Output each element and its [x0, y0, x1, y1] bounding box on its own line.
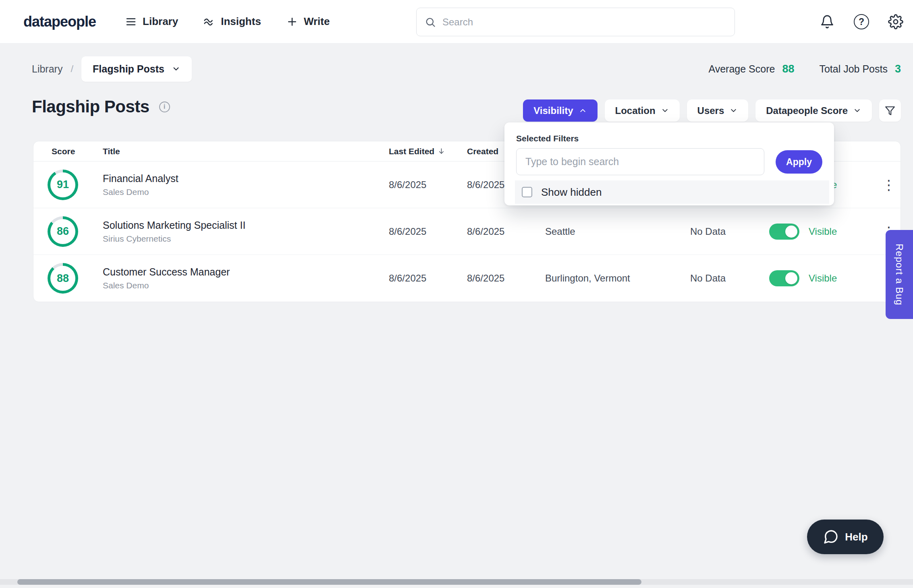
header-score: Score — [52, 147, 75, 156]
total-posts-value: 3 — [895, 63, 901, 75]
funnel-icon — [885, 106, 895, 116]
created-date: 8/6/2025 — [467, 226, 504, 237]
nav-insights[interactable]: Insights — [203, 15, 261, 28]
visibility-toggle[interactable] — [769, 224, 799, 240]
chevron-down-icon — [853, 106, 861, 115]
show-hidden-checkbox[interactable] — [522, 187, 532, 197]
show-hidden-label: Show hidden — [541, 186, 602, 199]
visibility-label: Visible — [809, 226, 837, 237]
score-value: 88 — [48, 263, 78, 294]
header-last-edited-label: Last Edited — [389, 147, 434, 156]
job-title-cell: Customer Success Manager Sales Demo — [103, 266, 230, 290]
menu-icon — [125, 16, 137, 28]
location-cell: Burlington, Vermont — [545, 273, 630, 284]
main-nav: Library Insights Write — [125, 15, 330, 28]
header-last-edited[interactable]: Last Edited — [389, 147, 445, 156]
help-label: Help — [845, 531, 867, 543]
filter-search-input[interactable] — [516, 148, 764, 175]
nav-library-label: Library — [143, 15, 178, 28]
nav-library[interactable]: Library — [125, 15, 178, 28]
help-icon[interactable]: ? — [853, 14, 869, 30]
filter-users-button[interactable]: Users — [687, 99, 749, 122]
search-icon — [425, 17, 436, 28]
nav-write-label: Write — [304, 15, 330, 28]
header-created: Created — [467, 147, 498, 156]
visibility-filter-panel: Selected Filters Apply Show hidden — [504, 122, 834, 205]
job-title-cell: Solutions Marketing Specialist II Sirius… — [103, 219, 245, 244]
chat-bubble-icon — [823, 529, 839, 545]
nav-write[interactable]: Write — [286, 15, 330, 28]
job-company: Sirius Cybernetics — [103, 234, 245, 244]
help-widget-button[interactable]: Help — [807, 520, 884, 554]
nav-insights-label: Insights — [221, 15, 261, 28]
report-bug-label: Report a Bug — [894, 244, 905, 305]
breadcrumb-library[interactable]: Library — [32, 63, 62, 75]
logo[interactable]: datapeople — [23, 13, 96, 30]
created-date: 8/6/2025 — [467, 179, 504, 190]
job-title[interactable]: Financial Analyst — [103, 173, 178, 184]
filter-users-label: Users — [697, 105, 724, 116]
collection-name: Flagship Posts — [93, 63, 164, 75]
panel-heading: Selected Filters — [516, 134, 579, 143]
last-edited-date: 8/6/2025 — [389, 226, 426, 237]
breadcrumb-separator: / — [71, 63, 73, 75]
filter-visibility-button[interactable]: Visibility — [523, 99, 597, 122]
plus-icon — [286, 16, 298, 28]
location-cell: Seattle — [545, 226, 575, 237]
table-row[interactable]: 88 Customer Success Manager Sales Demo 8… — [33, 255, 901, 302]
score-ring: 86 — [48, 216, 78, 247]
created-date: 8/6/2025 — [467, 273, 504, 284]
app-root: datapeople Library Insights Write — [0, 0, 913, 588]
filter-bar: Visibility Location Users Datapeople Sco… — [523, 99, 901, 122]
status-cell: No Data — [690, 226, 726, 237]
average-score-value: 88 — [782, 63, 794, 75]
status-cell: No Data — [690, 273, 726, 284]
toggle-knob — [785, 272, 797, 284]
header-title: Title — [103, 147, 120, 156]
navbar-actions: ? — [819, 0, 904, 43]
filter-location-button[interactable]: Location — [605, 99, 680, 122]
toggle-knob — [785, 226, 797, 238]
job-title-cell: Financial Analyst Sales Demo — [103, 173, 178, 197]
visibility-label: Visible — [809, 273, 837, 284]
visibility-toggle[interactable] — [769, 270, 799, 286]
total-posts-label: Total Job Posts — [819, 63, 888, 75]
insights-icon — [203, 16, 215, 28]
filter-funnel-button[interactable] — [879, 99, 901, 122]
score-ring: 88 — [48, 263, 78, 294]
job-title[interactable]: Solutions Marketing Specialist II — [103, 219, 245, 231]
breadcrumb: Library / Flagship Posts — [32, 56, 192, 82]
chevron-down-icon — [172, 64, 181, 73]
score-ring: 91 — [48, 170, 78, 200]
filter-visibility-label: Visibility — [533, 105, 573, 116]
average-score-label: Average Score — [708, 63, 775, 75]
collection-selector[interactable]: Flagship Posts — [81, 56, 192, 82]
last-edited-date: 8/6/2025 — [389, 273, 426, 284]
summary-stats: Average Score 88 Total Job Posts 3 — [708, 56, 901, 82]
apply-button[interactable]: Apply — [776, 150, 822, 174]
page-header: Flagship Posts i — [32, 97, 170, 116]
search-input[interactable] — [442, 17, 726, 28]
score-value: 91 — [48, 170, 78, 200]
last-edited-date: 8/6/2025 — [389, 179, 426, 190]
report-bug-button[interactable]: Report a Bug — [886, 230, 913, 319]
table-row[interactable]: 86 Solutions Marketing Specialist II Sir… — [33, 208, 901, 255]
job-company: Sales Demo — [103, 187, 178, 197]
chevron-down-icon — [661, 106, 669, 115]
job-company: Sales Demo — [103, 281, 230, 290]
chevron-up-icon — [579, 106, 587, 115]
page-title: Flagship Posts — [32, 97, 149, 116]
info-icon[interactable]: i — [159, 101, 170, 112]
sort-desc-icon — [438, 147, 445, 155]
job-title[interactable]: Customer Success Manager — [103, 266, 230, 278]
show-hidden-option[interactable]: Show hidden — [515, 180, 829, 204]
top-navbar: datapeople Library Insights Write — [0, 0, 913, 43]
row-menu-button[interactable]: ⋮ — [878, 176, 900, 194]
bell-icon[interactable] — [819, 14, 835, 30]
filter-score-label: Datapeople Score — [766, 105, 848, 116]
filter-score-button[interactable]: Datapeople Score — [755, 99, 872, 122]
gear-icon[interactable] — [888, 14, 904, 30]
horizontal-scrollbar-thumb[interactable] — [17, 579, 641, 585]
search-box[interactable] — [416, 8, 735, 36]
score-value: 86 — [48, 216, 78, 247]
